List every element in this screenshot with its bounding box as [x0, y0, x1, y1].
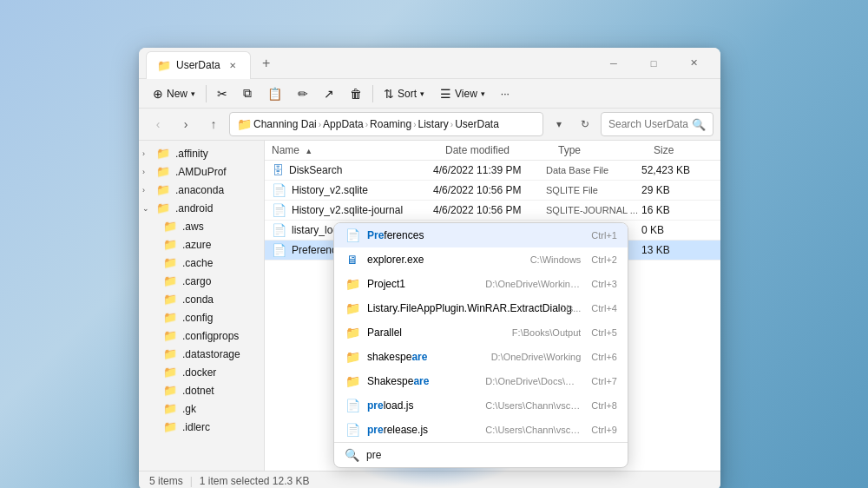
rename-button[interactable]: ✏ — [291, 83, 315, 104]
sidebar-item-affinity[interactable]: › 📁 .affinity — [139, 144, 264, 162]
refresh-button[interactable]: ↻ — [573, 112, 597, 136]
sidebar-item-cargo[interactable]: 📁 .cargo — [139, 272, 264, 290]
breadcrumb[interactable]: 📁 Channing Dai › AppData › Roaming › Lis… — [229, 112, 543, 136]
normal-text: Project1 — [367, 278, 405, 290]
folder-icon: 📁 — [163, 311, 177, 324]
sidebar-item-label: .idlerc — [182, 421, 210, 433]
forward-button[interactable]: › — [174, 112, 198, 136]
file-icon: 📄 — [272, 243, 286, 257]
quick-access-icon: 📁 — [345, 350, 360, 364]
sidebar-item-docker[interactable]: 📁 .docker — [139, 363, 264, 381]
highlight-text: pre — [367, 399, 384, 412]
quick-access-item[interactable]: 📁 Parallel F:\Books\Output Ctrl+5 — [334, 320, 628, 345]
quick-access-shortcut: Ctrl+1 — [591, 230, 617, 241]
quick-access-item[interactable]: 📁 Shakespeare D:\OneDrive\Docs\Projects … — [334, 369, 628, 393]
file-icon: 📄 — [272, 183, 286, 197]
breadcrumb-item-channing[interactable]: Channing Dai — [253, 118, 317, 130]
search-input[interactable] — [608, 118, 688, 130]
sort-button[interactable]: ⇅ Sort ▾ — [377, 83, 431, 104]
view-button[interactable]: ☰ View ▾ — [433, 83, 492, 104]
share-button[interactable]: ↗ — [317, 83, 341, 104]
paste-button[interactable]: 📋 — [260, 83, 289, 104]
column-size[interactable]: Size — [654, 144, 714, 156]
column-type[interactable]: Type — [558, 144, 654, 156]
sort-label: Sort — [398, 88, 417, 100]
breadcrumb-folder-icon: 📁 — [237, 117, 252, 131]
back-button[interactable]: ‹ — [146, 112, 170, 136]
quick-access-item[interactable]: 📁 shakespeare D:\OneDrive\Working Ctrl+6 — [334, 345, 628, 369]
sidebar-item-amduprof[interactable]: › 📁 .AMDuProf — [139, 162, 264, 181]
sidebar-item-anaconda[interactable]: › 📁 .anaconda — [139, 181, 264, 199]
column-date[interactable]: Date modified — [445, 144, 558, 156]
quick-access-name: Preferences — [367, 229, 581, 241]
minimize-button[interactable]: ─ — [594, 48, 634, 79]
breadcrumb-item-userdata[interactable]: UserData — [455, 118, 499, 130]
new-tab-button[interactable]: + — [254, 51, 279, 76]
file-size: 29 KB — [641, 184, 702, 196]
quick-access-item[interactable]: 📁 Listary.FileAppPlugin.WinRAR.ExtractDi… — [334, 296, 628, 320]
share-icon: ↗ — [324, 87, 334, 101]
maximize-button[interactable]: □ — [634, 48, 674, 79]
new-label: New — [167, 88, 187, 100]
sidebar-item-config[interactable]: 📁 .config — [139, 308, 264, 326]
breadcrumb-item-appdata[interactable]: AppData — [323, 118, 364, 130]
new-button[interactable]: ⊕ New ▾ — [146, 83, 202, 104]
quick-access-item[interactable]: 📄 preload.js C:\Users\Chann\vscode\exten… — [334, 393, 628, 418]
file-row[interactable]: 📄 History_v2.sqlite-journal 4/6/2022 10:… — [265, 201, 720, 221]
quick-access-search-input[interactable] — [366, 449, 617, 461]
file-size: 16 KB — [641, 204, 702, 216]
quick-access-search-icon: 🔍 — [345, 448, 359, 462]
quick-access-item[interactable]: 📁 Project1 D:\OneDrive\Working\shakespea… — [334, 272, 628, 296]
folder-icon: 📁 — [156, 147, 170, 160]
sidebar-item-datastorage[interactable]: 📁 .datastorage — [139, 345, 264, 363]
quick-access-icon: 📄 — [345, 423, 360, 437]
column-name[interactable]: Name ▲ — [272, 144, 445, 156]
up-button[interactable]: ↑ — [201, 112, 226, 136]
close-button[interactable]: ✕ — [674, 48, 713, 79]
quick-access-item[interactable]: 📄 Preferences Ctrl+1 — [334, 223, 628, 247]
quick-access-item[interactable]: 🖥 explorer.exe C:\Windows Ctrl+2 — [334, 247, 628, 272]
sidebar-item-dotnet[interactable]: 📁 .dotnet — [139, 381, 264, 399]
sidebar-item-gk[interactable]: 📁 .gk — [139, 399, 264, 418]
quick-access-shortcut: Ctrl+3 — [591, 279, 617, 289]
file-name-cell: 📄 History_v2.sqlite-journal — [272, 203, 433, 217]
sidebar-item-android[interactable]: ⌄ 📁 .android — [139, 199, 264, 217]
file-row[interactable]: 🗄 DiskSearch 4/6/2022 11:39 PM Data Base… — [265, 161, 720, 181]
sidebar-item-label: .docker — [182, 366, 216, 379]
file-type: SQLITE File — [546, 185, 641, 195]
window-controls: ─ □ ✕ — [594, 48, 713, 79]
sidebar-item-idlerc[interactable]: 📁 .idlerc — [139, 418, 264, 436]
quick-access-shortcut: Ctrl+7 — [591, 376, 617, 386]
quick-access-path: C:\Windows — [530, 254, 582, 265]
breadcrumb-item-roaming[interactable]: Roaming — [370, 118, 411, 130]
sidebar-item-conda[interactable]: 📁 .conda — [139, 290, 264, 308]
sidebar-item-configprops[interactable]: 📁 .configprops — [139, 326, 264, 345]
view-label: View — [455, 88, 477, 100]
address-dropdown-button[interactable]: ▾ — [547, 112, 571, 136]
delete-button[interactable]: 🗑 — [343, 83, 369, 104]
copy-button[interactable]: ⧉ — [236, 82, 259, 104]
cut-button[interactable]: ✂ — [210, 83, 234, 104]
quick-access-name: explorer.exe — [367, 254, 523, 266]
more-button[interactable]: ··· — [494, 84, 516, 103]
file-row[interactable]: 📄 History_v2.sqlite 4/6/2022 10:56 PM SQ… — [265, 181, 720, 201]
tab-item[interactable]: 📁 UserData ✕ — [146, 51, 251, 79]
tab-close-button[interactable]: ✕ — [226, 58, 240, 72]
breadcrumb-item-listary[interactable]: Listary — [418, 118, 448, 130]
highlight-text: pre — [367, 424, 384, 436]
sidebar-item-azure[interactable]: 📁 .azure — [139, 235, 264, 254]
chevron-icon: › — [142, 168, 151, 176]
quick-access-item[interactable]: 📄 prerelease.js C:\Users\Chann\vscode\ex… — [334, 418, 628, 442]
item-count: 5 items — [149, 475, 183, 487]
toolbar-separator-2 — [372, 85, 373, 102]
sidebar-item-label: .conda — [182, 293, 214, 306]
breadcrumb-sep-3: › — [413, 120, 416, 129]
sidebar-item-aws[interactable]: 📁 .aws — [139, 217, 264, 235]
sidebar-item-label: .AMDuProf — [175, 166, 227, 178]
sidebar-item-label: .android — [175, 202, 213, 214]
folder-icon: 📁 — [163, 220, 177, 233]
sidebar-item-cache[interactable]: 📁 .cache — [139, 254, 264, 272]
quick-access-path: D:\OneDrive\Working — [491, 352, 582, 362]
column-type-label: Type — [558, 144, 581, 156]
rename-icon: ✏ — [298, 87, 308, 101]
